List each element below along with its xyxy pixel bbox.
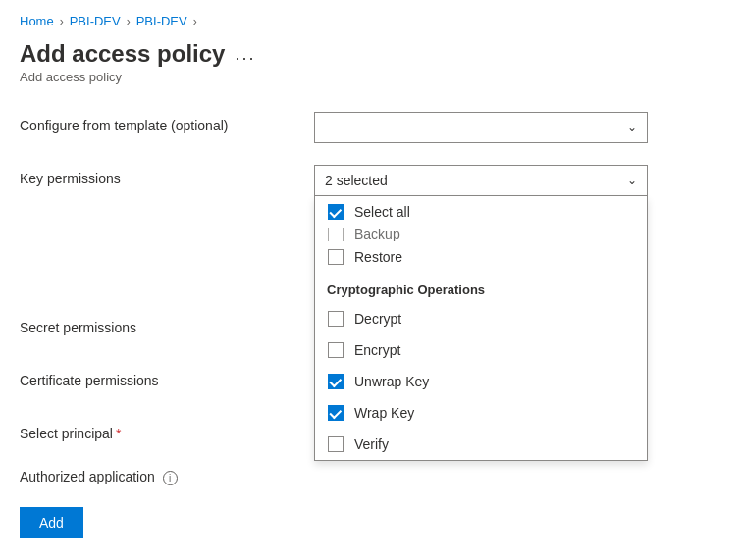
page-title: Add access policy <box>20 40 225 68</box>
more-options-button[interactable]: ... <box>235 44 255 65</box>
configure-template-chevron-icon: ⌄ <box>627 121 637 134</box>
crypto-operations-header: Cryptographic Operations <box>315 273 647 303</box>
page-subtitle: Add access policy <box>20 70 721 84</box>
select-all-checkbox[interactable] <box>328 204 344 220</box>
form-area: Configure from template (optional) ⌄ Key… <box>0 88 741 548</box>
key-permissions-item-decrypt[interactable]: Decrypt <box>315 303 647 334</box>
backup-checkbox[interactable] <box>328 228 344 241</box>
key-permissions-control: 2 selected ⌄ Select all <box>314 165 721 196</box>
key-permissions-item-wrapkey[interactable]: Wrap Key <box>315 397 647 429</box>
key-permissions-row: Key permissions 2 selected ⌄ Select all <box>20 165 721 196</box>
verify-checkbox[interactable] <box>328 436 344 452</box>
configure-template-row: Configure from template (optional) ⌄ <box>20 112 721 143</box>
decrypt-checkbox-wrap <box>327 310 344 328</box>
restore-checkbox[interactable] <box>328 249 344 265</box>
authorized-application-row: Authorized application i <box>20 463 721 485</box>
breadcrumb-pbidev-2[interactable]: PBI-DEV <box>136 14 187 28</box>
add-button[interactable]: Add <box>20 507 83 538</box>
verify-label: Verify <box>354 436 389 452</box>
configure-template-control: ⌄ <box>314 112 721 143</box>
backup-label: Backup <box>354 228 400 241</box>
backup-checkbox-wrap <box>327 228 344 241</box>
key-permissions-item-unwrapkey[interactable]: Unwrap Key <box>315 366 647 397</box>
key-permissions-value: 2 selected <box>325 173 388 188</box>
configure-template-dropdown[interactable]: ⌄ <box>314 112 648 143</box>
restore-checkbox-wrap <box>327 248 344 266</box>
secret-permissions-label: Secret permissions <box>20 314 314 335</box>
restore-label: Restore <box>354 249 402 265</box>
breadcrumb-sep-2: › <box>127 15 131 28</box>
authorized-application-info-icon[interactable]: i <box>163 471 178 485</box>
unwrapkey-checkbox-wrap <box>327 373 344 390</box>
key-permissions-panel: Select all Backup Restore <box>314 196 648 461</box>
select-all-checkbox-wrap <box>327 203 344 221</box>
decrypt-checkbox[interactable] <box>328 311 344 327</box>
authorized-application-label: Authorized application i <box>20 463 314 485</box>
wrapkey-label: Wrap Key <box>354 405 414 421</box>
breadcrumb-sep-1: › <box>60 15 64 28</box>
key-permissions-item-select-all[interactable]: Select all <box>315 196 647 228</box>
required-star: * <box>116 426 121 441</box>
key-permissions-chevron-icon: ⌄ <box>627 174 637 187</box>
select-all-label: Select all <box>354 204 410 220</box>
certificate-permissions-label: Certificate permissions <box>20 367 314 388</box>
decrypt-label: Decrypt <box>354 311 401 327</box>
encrypt-checkbox-wrap <box>327 341 344 359</box>
encrypt-label: Encrypt <box>354 342 400 358</box>
select-principal-label: Select principal* <box>20 420 314 441</box>
key-permissions-item-verify[interactable]: Verify <box>315 429 647 460</box>
key-permissions-item-encrypt[interactable]: Encrypt <box>315 334 647 366</box>
breadcrumb-home[interactable]: Home <box>20 14 54 28</box>
encrypt-checkbox[interactable] <box>328 342 344 358</box>
verify-checkbox-wrap <box>327 435 344 453</box>
key-permissions-dropdown[interactable]: 2 selected ⌄ <box>314 165 648 196</box>
key-permissions-panel-inner: Select all Backup Restore <box>315 196 647 460</box>
unwrapkey-checkbox[interactable] <box>328 374 344 389</box>
key-permissions-item-backup[interactable]: Backup <box>315 228 647 241</box>
key-permissions-item-restore[interactable]: Restore <box>315 241 647 273</box>
key-permissions-label: Key permissions <box>20 165 314 186</box>
wrapkey-checkbox[interactable] <box>328 405 344 421</box>
breadcrumb-pbidev-1[interactable]: PBI-DEV <box>70 14 121 28</box>
wrapkey-checkbox-wrap <box>327 404 344 422</box>
add-button-row: Add <box>20 507 721 538</box>
unwrapkey-label: Unwrap Key <box>354 374 429 389</box>
page-header: Add access policy ... Add access policy <box>0 36 741 88</box>
breadcrumb: Home › PBI-DEV › PBI-DEV › <box>0 0 741 36</box>
configure-template-label: Configure from template (optional) <box>20 112 314 133</box>
breadcrumb-sep-3: › <box>193 15 197 28</box>
